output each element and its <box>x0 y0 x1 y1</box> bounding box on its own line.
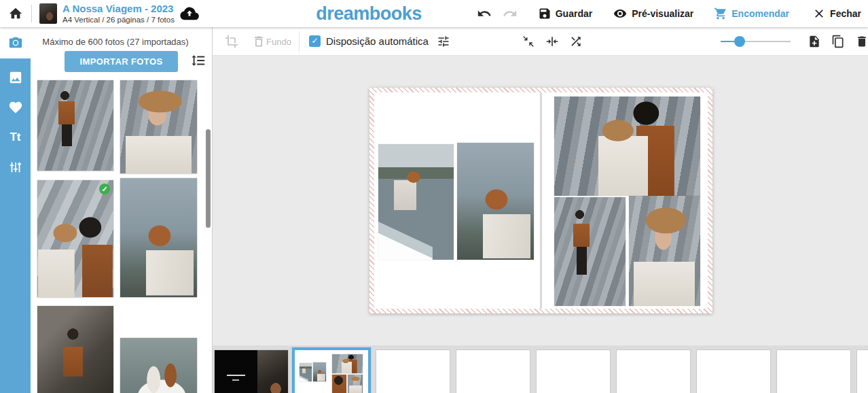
redo-button[interactable] <box>503 6 518 21</box>
toolbar-divider <box>299 31 300 52</box>
order-button[interactable]: Encomendar <box>714 7 789 20</box>
filmstrip-blank-page[interactable] <box>857 350 868 393</box>
delete-page-button[interactable] <box>855 35 868 48</box>
dreambooks-editor: A Nossa Viagem - 2023 A4 Vertical / 26 p… <box>0 0 868 393</box>
duplicate-page-button[interactable] <box>831 35 845 48</box>
filmstrip-cover[interactable] <box>215 350 288 393</box>
background-label: Fundo <box>266 37 291 47</box>
filmstrip-blank-page[interactable] <box>376 350 450 393</box>
photo-thumb-couple-boat[interactable] <box>120 338 197 393</box>
page-photo-lake-woman[interactable] <box>457 143 534 260</box>
project-info: A Nossa Viagem - 2023 A4 Vertical / 26 p… <box>62 3 175 24</box>
line-spacing-icon <box>191 53 206 68</box>
header-actions: Guardar Pré-visualizar Encomendar Fechar <box>477 0 861 27</box>
filmstrip-blank-page[interactable] <box>617 350 690 393</box>
sidebar-item-favorites[interactable] <box>0 94 31 121</box>
filmstrip-blank-page[interactable] <box>777 350 850 393</box>
camera-icon <box>8 35 23 50</box>
filmstrip-blank-page[interactable] <box>537 350 610 393</box>
preview-label: Pré-visualizar <box>632 8 693 19</box>
photo-thumb-lake-woman[interactable] <box>120 178 197 297</box>
cart-icon <box>714 7 727 20</box>
header-divider <box>31 5 32 22</box>
preview-icon <box>613 6 628 21</box>
book-spread[interactable] <box>369 88 712 313</box>
canvas-area <box>213 56 868 345</box>
filmstrip-current-spread[interactable] <box>292 347 371 393</box>
sidebar-item-photos[interactable] <box>0 27 31 58</box>
save-label: Guardar <box>556 8 592 19</box>
mini-photo <box>313 362 326 381</box>
photo-thumb-cave-boat[interactable] <box>37 306 113 393</box>
cloud-upload-icon[interactable] <box>179 5 200 22</box>
sidebar-item-options[interactable] <box>0 154 31 181</box>
preview-button[interactable]: Pré-visualizar <box>613 6 693 21</box>
mini-photo <box>332 375 346 393</box>
mini-photo <box>300 363 312 381</box>
photo-limit-label: Máximo de 600 fotos (27 importadas) <box>31 37 200 47</box>
sidebar-item-layouts[interactable] <box>0 64 31 91</box>
panel-scrollbar[interactable] <box>206 129 211 228</box>
shuffle-photos-button[interactable] <box>569 35 583 48</box>
mini-photo <box>332 354 363 373</box>
mini-photo <box>348 375 363 393</box>
photo-thumb-selfie[interactable]: ✓ <box>37 180 113 297</box>
sidebar-item-text[interactable]: Tt <box>0 124 31 151</box>
sidebar-rail-bg: Tt <box>0 58 31 393</box>
heart-icon <box>8 100 23 115</box>
editor-stage: Fundo ✓ Disposição automática <box>212 27 868 393</box>
add-page-button[interactable] <box>808 35 821 48</box>
page-photo-woman-hat[interactable] <box>629 196 700 306</box>
photo-thumb-woman-hat[interactable] <box>120 80 197 173</box>
filmstrip-blank-page[interactable] <box>697 350 770 393</box>
collapse-arrows-button[interactable] <box>522 35 535 48</box>
project-title[interactable]: A Nossa Viagem - 2023 <box>62 3 175 15</box>
photo-used-check-badge: ✓ <box>99 184 110 194</box>
photos-panel: Máximo de 600 fotos (27 importadas) IMPO… <box>31 27 212 393</box>
order-label: Encomendar <box>731 8 789 19</box>
home-icon <box>8 6 23 21</box>
page-filmstrip <box>213 345 868 393</box>
auto-layout-checkbox[interactable]: ✓ <box>309 35 321 47</box>
crop-button[interactable] <box>225 35 238 48</box>
filmstrip-blank-page[interactable] <box>456 350 530 393</box>
project-cover-thumbnail[interactable] <box>39 3 57 24</box>
canvas-toolbar: Fundo ✓ Disposição automática <box>213 27 868 56</box>
page-photo-man-rocks[interactable] <box>554 197 626 306</box>
sort-photos-button[interactable] <box>191 53 206 68</box>
photo-thumb-man-rocks[interactable] <box>37 80 113 171</box>
import-photos-button[interactable]: IMPORTAR FOTOS <box>65 51 178 72</box>
header: A Nossa Viagem - 2023 A4 Vertical / 26 p… <box>0 0 868 27</box>
page-photo-boat-woman[interactable] <box>378 144 454 260</box>
undo-button[interactable] <box>477 6 492 21</box>
sidebar-rail: Tt <box>0 27 31 393</box>
cover-black-half <box>215 350 257 393</box>
project-subtitle: A4 Vertical / 26 páginas / 7 fotos <box>62 15 175 24</box>
photo-thumbnail-grid: ✓ <box>31 80 212 393</box>
cover-photo-half <box>257 350 288 393</box>
layout-tune-button[interactable] <box>437 35 450 48</box>
page-photo-couple-marble[interactable] <box>554 97 700 196</box>
adjust-icon <box>8 160 23 175</box>
background-delete-button[interactable] <box>252 35 266 48</box>
text-icon: Tt <box>10 131 20 144</box>
save-button[interactable]: Guardar <box>538 7 592 20</box>
close-button[interactable]: Fechar <box>812 7 861 20</box>
zoom-slider[interactable] <box>721 41 791 42</box>
close-icon <box>812 7 826 20</box>
auto-layout-label: Disposição automática <box>326 35 429 47</box>
home-button[interactable] <box>8 6 23 21</box>
merge-pages-button[interactable] <box>545 35 559 48</box>
dreambooks-logo: dreambooks <box>316 3 422 24</box>
image-icon <box>8 70 23 85</box>
save-icon <box>538 7 551 20</box>
close-label: Fechar <box>830 8 861 19</box>
zoom-slider-knob[interactable] <box>734 36 745 47</box>
